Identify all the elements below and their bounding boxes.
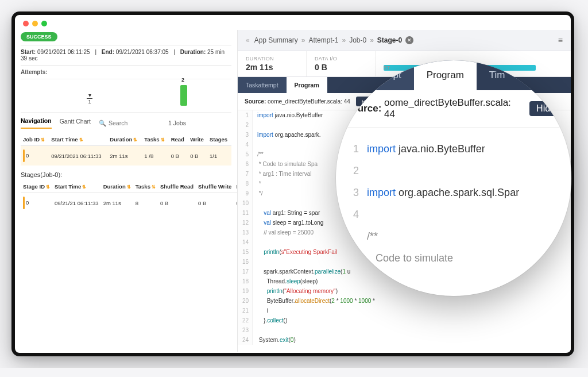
search-icon[interactable]: 🔍 bbox=[99, 120, 106, 127]
sort-icon: ⇅ bbox=[41, 137, 45, 143]
code-line: 19 println("Allocating memory") bbox=[238, 286, 571, 296]
tab-taskattempt[interactable]: Taskattempt bbox=[238, 77, 287, 93]
mag-code-line: 2 bbox=[336, 160, 571, 182]
minimize-icon[interactable] bbox=[32, 21, 38, 26]
divider: | bbox=[173, 49, 175, 55]
attempts-label: Attempts: bbox=[21, 66, 231, 79]
search-wrap: 🔍 bbox=[99, 120, 160, 127]
col-stage-id[interactable]: Stage ID⇅ bbox=[21, 180, 52, 193]
dataio-label: DATA I/O bbox=[315, 56, 367, 61]
mag-source-value: oome_directByteBuffer.scala: 44 bbox=[384, 97, 521, 120]
mag-code-line: 3import org.apache.spark.sql.Spar bbox=[336, 182, 571, 203]
start-value: 09/21/2021 06:11:25 bbox=[37, 49, 90, 55]
tab-gantt-chart[interactable]: Gantt Chart bbox=[60, 118, 91, 128]
magnifier-overlay: Taskattempt Program Tim Source: oome_dir… bbox=[336, 60, 571, 296]
tab-program[interactable]: Program bbox=[287, 77, 327, 93]
crumb-current: Stage-0 bbox=[377, 36, 402, 44]
duration-label: DURATION bbox=[246, 56, 298, 61]
attempt-2-label: 2 bbox=[181, 77, 184, 83]
col-job-id[interactable]: Job ID⇅ bbox=[21, 133, 49, 146]
menu-icon[interactable]: ≡ bbox=[558, 36, 563, 45]
breadcrumb: « App Summary » Attempt-1 » Job-0 » Stag… bbox=[238, 30, 571, 51]
chevron-right-icon: » bbox=[342, 36, 346, 44]
source-label: Source: bbox=[245, 98, 266, 105]
col-duration[interactable]: Duration⇅ bbox=[107, 133, 142, 146]
col-write[interactable]: Write bbox=[188, 133, 207, 146]
tab-navigation[interactable]: Navigation bbox=[21, 117, 52, 129]
mag-source-line: Source: oome_directByteBuffer.scala: 44 … bbox=[336, 90, 571, 128]
end-label: End: bbox=[102, 49, 114, 55]
col-duration[interactable]: Duration⇅ bbox=[101, 180, 133, 193]
run-meta: Start: 09/21/2021 06:11:25 | End: 09/21/… bbox=[21, 45, 231, 66]
dataio-value: 0 B bbox=[315, 63, 367, 72]
jobs-count: 1 Jobs bbox=[168, 120, 186, 126]
stages-title: Stages(Job-0): bbox=[21, 171, 231, 178]
col-shuffle-read[interactable]: Shuffle Read bbox=[158, 180, 196, 193]
crumb-app-summary[interactable]: App Summary bbox=[254, 36, 298, 44]
titlebar bbox=[15, 15, 571, 30]
left-panel: SUCCESS Start: 09/21/2021 06:11:25 | End… bbox=[15, 30, 238, 352]
attempt-bar-2[interactable] bbox=[180, 85, 187, 106]
close-icon[interactable] bbox=[23, 21, 29, 26]
sort-icon: ⇅ bbox=[152, 184, 156, 190]
sort-icon: ⇅ bbox=[127, 184, 131, 190]
table-header-row: Stage ID⇅ Start Time⇅ Duration⇅ Tasks⇅ S… bbox=[21, 180, 238, 193]
code-line: 24 System.exit(0) bbox=[238, 335, 571, 345]
table-row[interactable]: 0 09/21/21 06:11:33 2m 11s 8 0 B 0 B 0 B… bbox=[21, 193, 238, 213]
table-header-row: Job ID⇅ Start Time⇅ Duration⇅ Tasks⇅ Rea… bbox=[21, 133, 231, 146]
sort-icon: ⇅ bbox=[46, 184, 50, 190]
attempt-1-label: 1 bbox=[87, 99, 92, 105]
stage-label: ST bbox=[384, 65, 390, 71]
table-row[interactable]: 0 09/21/2021 06:11:33 2m 11s 1 /8 0 B 0 … bbox=[21, 146, 231, 166]
divider: | bbox=[95, 49, 96, 55]
duration-value: 2m 11s bbox=[246, 63, 298, 72]
code-line: 23 bbox=[238, 325, 571, 335]
close-icon[interactable]: ✕ bbox=[405, 36, 413, 44]
crumb-job[interactable]: Job-0 bbox=[349, 36, 366, 44]
caret-down-icon: ▾ bbox=[87, 92, 92, 98]
row-status-bar bbox=[23, 149, 25, 162]
col-start-time[interactable]: Start Time⇅ bbox=[49, 133, 107, 146]
mag-code-line: 1import java.nio.ByteBuffer bbox=[336, 138, 571, 160]
chevron-right-icon: » bbox=[370, 36, 374, 44]
col-tasks[interactable]: Tasks⇅ bbox=[142, 133, 168, 146]
sort-icon: ⇅ bbox=[133, 137, 137, 143]
attempts-chart: ▾ 1 2 bbox=[21, 79, 231, 113]
crumb-attempt[interactable]: Attempt-1 bbox=[308, 36, 338, 44]
code-line: 22 }.collect() bbox=[238, 316, 571, 325]
source-value: oome_directByteBuffer.scala: 44 bbox=[268, 98, 350, 105]
col-shuffle-write[interactable]: Shuffle Write bbox=[196, 180, 234, 193]
mag-code-line: /** bbox=[336, 225, 571, 247]
search-input[interactable] bbox=[109, 120, 160, 126]
sort-icon: ⇅ bbox=[161, 137, 165, 143]
col-stages[interactable]: Stages bbox=[207, 133, 231, 146]
end-value: 09/21/2021 06:37:05 bbox=[116, 49, 169, 55]
breadcrumb-prev[interactable]: « bbox=[246, 36, 250, 44]
jobs-toolbar: Navigation Gantt Chart 🔍 1 Jobs bbox=[21, 113, 231, 131]
attempt-marker-1[interactable]: ▾ 1 bbox=[87, 92, 92, 105]
col-input[interactable]: Input⇅ bbox=[234, 180, 238, 193]
mag-code-line: 4 bbox=[336, 203, 571, 225]
col-tasks[interactable]: Tasks⇅ bbox=[133, 180, 158, 193]
mag-tab-program[interactable]: Program bbox=[414, 60, 477, 90]
stages-table: Stage ID⇅ Start Time⇅ Duration⇅ Tasks⇅ S… bbox=[21, 180, 238, 213]
jobs-table: Job ID⇅ Start Time⇅ Duration⇅ Tasks⇅ Rea… bbox=[21, 133, 231, 166]
maximize-icon[interactable] bbox=[41, 21, 47, 26]
start-label: Start: bbox=[21, 49, 36, 55]
duration-label: Duration: bbox=[180, 49, 206, 55]
status-badge: SUCCESS bbox=[21, 32, 57, 41]
col-read[interactable]: Read bbox=[169, 133, 188, 146]
code-line: 20 ByteBuffer.allocateDirect(2 * 1000 * … bbox=[238, 296, 571, 306]
row-status-bar bbox=[23, 197, 25, 209]
code-line: 21 i bbox=[238, 306, 571, 316]
chevron-right-icon: » bbox=[301, 36, 305, 44]
col-start-time[interactable]: Start Time⇅ bbox=[52, 180, 101, 193]
sort-icon: ⇅ bbox=[79, 137, 83, 143]
stat-dataio: DATA I/O 0 B bbox=[307, 51, 376, 76]
stat-duration: DURATION 2m 11s bbox=[238, 51, 307, 76]
sort-icon: ⇅ bbox=[82, 184, 86, 190]
